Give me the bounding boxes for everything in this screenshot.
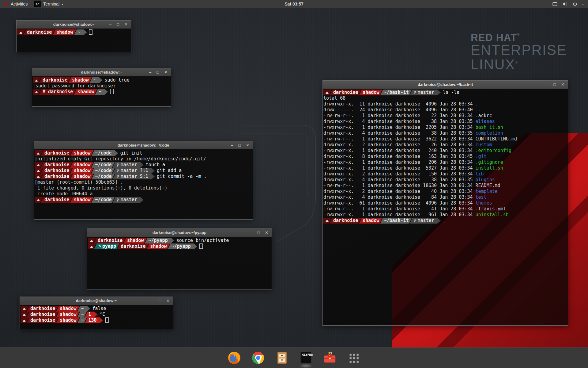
window-titlebar[interactable]: darknoise@shadow:~/code–□✕ [34,141,253,149]
maximize-button[interactable]: □ [553,81,556,89]
minimize-button[interactable]: – [231,141,233,149]
segment-text: darknoise [121,243,145,249]
terminal-window-bash-it: darknoise@shadow:~/bash-it–□✕darknoisesh… [322,80,568,326]
registered-mark: ® [517,33,520,36]
terminal-content[interactable]: darknoiseshadow~/bash-itmasterls -latota… [323,89,568,325]
dock-item-app-grid[interactable] [347,351,361,365]
ls-n: 1 [359,165,365,171]
screen-icon[interactable] [552,2,557,6]
file-list-row: drwx------.24darknoisedarknoise4096Jan 2… [323,107,568,113]
segment-text: darknoise [44,162,69,167]
terminal-content[interactable]: darknoiseshadow~falsedarknoiseshadow~1^C… [20,305,173,329]
caret-down-icon[interactable]: ▾ [582,2,584,6]
ls-perms: drwxrwxr-x. [323,101,356,107]
ls-filename: .travis.yml [476,206,506,212]
file-list-row: drwxrwxr-x.4darknoisedarknoise38Jan 28 0… [323,119,568,125]
app-menu-terminal[interactable]: $> Terminal ▾ [31,0,66,8]
ls-filename: README.md [476,183,500,189]
logo-linux-text: LINUX [471,56,515,72]
terminal-content[interactable]: darknoiseshadow~/pyappsource bin/activat… [87,237,272,289]
terminal-prompt-line: darknoiseshadow~/codemaster S:1git commi… [35,174,253,179]
terminal-icon: GLYPHgt; [299,351,313,365]
activities-button[interactable]: Activities [0,0,31,8]
ls-group: darknoise [395,165,420,171]
close-button[interactable]: ✕ [246,141,249,149]
prompt-segment-git: master [409,90,441,95]
dock-item-files[interactable] [275,351,289,365]
terminal-prompt-line: darknoiseshadow~/bash-itmasterls -la [323,90,568,95]
segment-text: ~/code [95,162,111,167]
terminal-content[interactable]: darknoiseshadow~ [17,29,131,52]
ls-owner: darknoise [368,177,392,183]
terminal-content[interactable]: darknoiseshadow~sudo true[sudo] password… [32,76,171,106]
maximize-button[interactable]: □ [159,297,161,305]
ls-group: darknoise [395,189,420,194]
maximize-button[interactable]: □ [238,141,241,149]
ls-n: 4 [359,130,365,136]
maximize-button[interactable]: □ [156,68,159,76]
power-icon[interactable] [573,2,577,6]
prompt-segment-host: shadow [55,306,79,312]
window-title: darknoise@shadow:~ [81,70,122,75]
close-button[interactable]: ✕ [166,297,170,305]
maximize-button[interactable]: □ [257,229,260,237]
window-titlebar[interactable]: darknoise@shadow:~/bash-it–□✕ [323,81,568,89]
rhel-wallpaper-logo: RED HAT® ENTERPRISE LINUX® [471,33,567,71]
redhat-fedora-icon [4,2,9,6]
terminal-prompt-line: darknoiseshadow~/bash-itmaster [323,218,568,224]
prompt-segment-host: shadow [68,77,92,83]
minimize-button[interactable]: – [109,21,111,29]
command-text: touch a [146,162,165,167]
terminal-prompt-line: darknoiseshadow~/pyappsource bin/activat… [88,238,272,243]
volume-icon[interactable] [562,2,568,6]
terminal-window-exitcodes: darknoise@shadow:~–□✕darknoiseshadow~fal… [20,297,173,329]
maximize-button[interactable]: □ [117,21,119,29]
file-list-row: -rwxrwxr-x.1darknoisedarknoise961Jan 28 … [323,212,568,218]
segment-text: ~ [81,312,84,317]
ls-group: darknoise [395,119,420,125]
close-button[interactable]: ✕ [561,81,564,89]
command-text: ^C [100,312,105,317]
dock-item-chrome[interactable] [251,351,265,365]
dock-item-firefox[interactable] [227,351,241,365]
close-button[interactable]: ✕ [124,21,128,29]
ls-n: 1 [359,206,365,212]
chrome-icon [251,351,265,365]
prompt-segment-host: shadow [70,162,93,168]
ls-size: 41 [423,206,437,212]
window-titlebar[interactable]: darknoise@shadow:~/pyapp–□✕ [87,229,272,237]
minimize-button[interactable]: – [149,68,151,76]
ls-perms: -rwxrwxr-x. [323,125,356,130]
close-button[interactable]: ✕ [265,229,268,237]
segment-text: ~ [81,317,84,323]
prompt-segment-user: darknoise [38,77,70,83]
terminal-content[interactable]: darknoiseshadow~/codegit initInitialized… [34,149,253,219]
ls-filename: .ackrc [476,113,492,119]
dock-item-toolbox[interactable] [323,351,337,365]
segment-text: ~/pyapp [148,238,168,243]
logo-redhat-text: RED HAT [471,32,517,43]
dock-item-terminal[interactable]: GLYPHgt; [299,351,313,365]
minimize-button[interactable]: – [151,297,153,305]
window-titlebar[interactable]: darknoise@shadow:~–□✕ [17,21,131,29]
file-list-row: drwxrwxr-x.4darknoisedarknoise38Jan 28 0… [323,130,568,136]
ls-perms: -rwxrwxr-x. [323,148,356,154]
close-button[interactable]: ✕ [164,68,168,76]
ls-size: 961 [423,212,437,218]
ls-group: darknoise [395,136,420,142]
window-titlebar[interactable]: darknoise@shadow:~–□✕ [32,68,171,76]
ls-filename: CONTRIBUTING.md [476,136,517,142]
toolbox-icon [323,351,337,365]
segment-text: pyapp [102,243,116,249]
window-titlebar[interactable]: darknoise@shadow:~–□✕ [20,297,173,305]
terminal-output-line: [master (root-commit) 50bcb63] . [35,179,253,185]
ls-size: 38 [423,177,437,183]
minimize-button[interactable]: – [250,229,252,237]
ls-size: 5327 [423,165,437,171]
clock[interactable]: Sat 03:57 [285,2,303,6]
segment-text: shadow [150,243,167,249]
minimize-button[interactable]: – [546,81,548,89]
terminal-prompt-line: darknoiseshadow~false [21,306,173,312]
terminal-prompt-line: # darknoiseshadow~ [33,89,171,95]
segment-text: darknoise [333,90,358,95]
